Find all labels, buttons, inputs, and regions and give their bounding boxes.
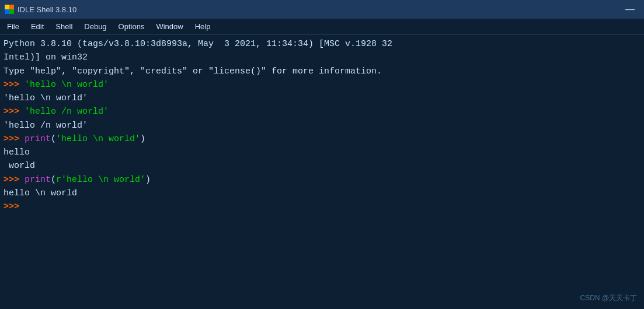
menu-item-help[interactable]: Help <box>190 21 215 32</box>
shell-prompt: >>> <box>4 173 25 187</box>
shell-line: 'hello /n world' <box>4 119 640 132</box>
shell-line: hello <box>4 146 640 159</box>
svg-rect-1 <box>9 5 14 9</box>
minimize-button[interactable]: — <box>621 5 639 14</box>
shell-prompt: >>> <box>4 132 25 146</box>
menu-item-window[interactable]: Window <box>151 21 187 32</box>
shell-line: >>> 'hello /n world' <box>4 105 640 118</box>
shell-line: Type "help", "copyright", "credits" or "… <box>4 65 640 78</box>
shell-line: Intel)] on win32 <box>4 51 640 64</box>
shell-line: Python 3.8.10 (tags/v3.8.10:3d8993a, May… <box>4 37 640 51</box>
shell-content[interactable]: Python 3.8.10 (tags/v3.8.10:3d8993a, May… <box>0 35 644 309</box>
shell-line: 'hello \n world' <box>4 92 640 105</box>
shell-prompt: >>> <box>4 105 25 118</box>
menu-bar: FileEditShellDebugOptionsWindowHelp <box>0 19 644 35</box>
shell-prompt[interactable]: >>> <box>4 200 25 213</box>
menu-item-options[interactable]: Options <box>114 21 149 32</box>
watermark: CSDN @天天卡丁 <box>580 293 637 303</box>
title-bar: IDLE Shell 3.8.10 — <box>0 0 644 19</box>
menu-item-edit[interactable]: Edit <box>26 21 48 32</box>
shell-line: >>> print('hello \n world') <box>4 132 640 146</box>
shell-line: hello \n world <box>4 187 640 200</box>
svg-rect-0 <box>5 5 9 9</box>
shell-line: >>> 'hello \n world' <box>4 78 640 92</box>
svg-rect-3 <box>9 9 14 14</box>
title-bar-left: IDLE Shell 3.8.10 <box>5 5 76 14</box>
shell-line: world <box>4 159 640 173</box>
menu-item-debug[interactable]: Debug <box>79 21 111 32</box>
shell-prompt: >>> <box>4 78 25 92</box>
shell-line: >>> <box>4 200 640 213</box>
menu-item-shell[interactable]: Shell <box>51 21 77 32</box>
title-bar-controls: — <box>621 5 639 14</box>
svg-rect-2 <box>5 9 9 14</box>
menu-item-file[interactable]: File <box>2 21 24 32</box>
idle-icon <box>5 5 14 14</box>
title-bar-title: IDLE Shell 3.8.10 <box>18 5 76 14</box>
shell-line: >>> print(r'hello \n world') <box>4 173 640 187</box>
